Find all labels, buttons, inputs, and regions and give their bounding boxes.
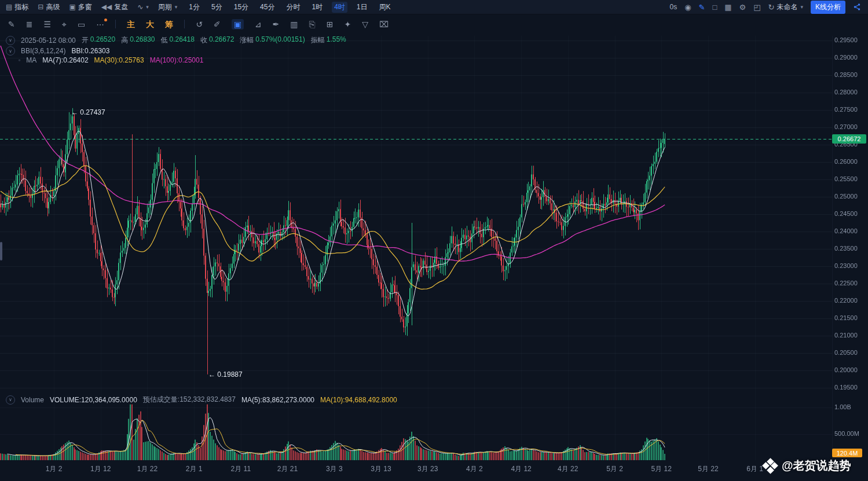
price-tick: 0.27500 <box>834 106 858 113</box>
open-label: 开 <box>82 35 89 45</box>
date-tick: 3月 3 <box>314 464 354 474</box>
advanced-menu-icon: ⊟ <box>38 3 43 11</box>
estimated-volume: 预估成交量:152,332,832.4837 <box>143 395 236 405</box>
fullscreen-icon[interactable]: ◰ <box>753 3 760 11</box>
edit-note-tool-icon[interactable]: ⊞ <box>327 20 334 28</box>
rectangle-tool-icon[interactable]: ▭ <box>78 20 85 28</box>
ma-name: MA <box>26 56 36 64</box>
replay-timer: 0s <box>670 3 677 11</box>
horizontal-line-tool-icon[interactable]: ⌖ <box>62 20 67 28</box>
timeframe-1分[interactable]: 1分 <box>186 2 202 13</box>
price-tick: 0.22000 <box>834 297 858 304</box>
kline-analysis-button[interactable]: K线分析 <box>811 1 845 14</box>
collapse-bbi-icon[interactable]: ∨ <box>6 46 15 56</box>
indicators-menu-icon: ▤ <box>6 3 12 11</box>
annotate-tool-icon[interactable]: ✐ <box>214 20 221 28</box>
price-tick: 0.23500 <box>834 245 858 252</box>
timeframe-45分[interactable]: 45分 <box>258 2 277 13</box>
change-value: 0.57%(0.00151) <box>255 35 305 45</box>
volume-tick: 1.00B <box>834 403 851 410</box>
price-tick: 0.28000 <box>834 89 858 96</box>
timeframe-15分[interactable]: 15分 <box>232 2 251 13</box>
magic-tool-icon[interactable]: ✦ <box>345 20 351 28</box>
image-icon[interactable]: ▦ <box>724 3 731 11</box>
amplitude-value: 1.55% <box>327 35 346 45</box>
price-tick: 0.20000 <box>834 366 858 373</box>
price-tick: 0.19500 <box>834 384 858 391</box>
advanced-menu[interactable]: ⊟高级 <box>38 2 60 12</box>
date-tick: 2月 21 <box>268 464 308 474</box>
collapse-volume-icon[interactable]: ∨ <box>6 395 15 405</box>
low-annotation: ← 0.19887 <box>208 370 243 379</box>
pen-tool-icon[interactable]: ✒ <box>273 20 280 28</box>
multi-window[interactable]: ▣多窗 <box>69 2 91 12</box>
high-value: 0.26830 <box>130 35 155 45</box>
wave-tool[interactable]: ∿▾ <box>137 3 149 11</box>
date-tick: 5月 2 <box>595 464 635 474</box>
indicators-menu[interactable]: ▤指标 <box>6 2 28 12</box>
price-tick: 0.24500 <box>834 210 858 217</box>
indicators-menu-label: 指标 <box>14 2 28 12</box>
more-tools-icon[interactable]: ⋯ <box>96 20 104 28</box>
list-tool-icon[interactable]: ☰ <box>43 20 51 28</box>
period-menu[interactable]: 周期▾ <box>158 2 178 12</box>
date-tick: 4月 22 <box>548 464 588 474</box>
volume-value: VOLUME:120,364,095.0000 <box>50 396 137 404</box>
undo-tool-icon[interactable]: ↺ <box>196 20 203 28</box>
date-tick: 5月 12 <box>641 464 682 474</box>
toolbar-divider <box>184 20 185 28</box>
replay[interactable]: ◀◀复盘 <box>101 2 128 12</box>
ma-group-icon[interactable]: ▫ <box>19 57 20 63</box>
channel-tool-icon[interactable]: ≣ <box>26 20 33 28</box>
measure-tool-icon[interactable]: ⊿ <box>255 20 262 28</box>
date-tick: 3月 13 <box>361 464 401 474</box>
filter-tool-icon[interactable]: ▽ <box>362 20 368 28</box>
settings-gear-icon[interactable]: ⚙ <box>739 3 746 11</box>
ma100-value: MA(100):0.25001 <box>150 56 204 64</box>
delete-tool-icon[interactable]: ⌧ <box>379 20 389 28</box>
large-view-button[interactable]: 大 <box>146 20 154 28</box>
price-tick: 0.24000 <box>834 227 858 234</box>
collapse-main-icon[interactable]: ∨ <box>6 36 15 45</box>
change-label: 涨幅 <box>240 35 254 45</box>
ma30-value: MA(30):0.25763 <box>94 56 144 64</box>
select-region-tool-icon[interactable]: ▣ <box>232 19 244 30</box>
date-tick: 4月 12 <box>501 464 541 474</box>
volume-tick: 500.00M <box>834 430 859 437</box>
low-value: 0.26418 <box>170 35 195 45</box>
date-tick: 5月 22 <box>688 464 728 474</box>
copy-tool-icon[interactable]: ⎘ <box>309 20 316 28</box>
date-tick: 1月 12 <box>80 464 121 474</box>
price-tick: 0.22500 <box>834 280 858 287</box>
timeframe-4时[interactable]: 4时 <box>332 2 347 13</box>
candlestick-chart[interactable] <box>0 0 868 481</box>
date-tick: 3月 23 <box>408 464 448 474</box>
chevron-down-icon: ▾ <box>175 4 178 10</box>
timeframe-周K[interactable]: 周K <box>377 2 393 13</box>
stats-tool-icon[interactable]: ▥ <box>290 20 298 28</box>
price-tick: 0.25000 <box>834 193 858 200</box>
edit-icon[interactable]: ✎ <box>699 3 705 11</box>
price-tick: 0.29000 <box>834 54 858 61</box>
toolbar-divider <box>115 20 116 28</box>
top-toolbar: ▤指标⊟高级▣多窗◀◀复盘∿▾周期▾1分5分15分45分分时1时4时1日周K 0… <box>0 0 868 14</box>
close-label: 收 <box>200 35 207 45</box>
share-icon[interactable] <box>853 3 861 11</box>
replay-label: 复盘 <box>114 2 128 12</box>
timeframe-5分[interactable]: 5分 <box>209 2 225 13</box>
ma7-value: MA(7):0.26402 <box>42 56 88 64</box>
timeframe-1时[interactable]: 1时 <box>309 2 325 13</box>
main-indicator-button[interactable]: 主 <box>127 20 135 28</box>
chip-distribution-button[interactable]: 筹 <box>165 20 173 28</box>
timeframe-分时[interactable]: 分时 <box>284 2 302 13</box>
notification-dot <box>104 19 107 21</box>
draw-line-tool-icon[interactable]: ✎ <box>8 20 15 28</box>
comment-icon[interactable]: □ <box>712 3 717 11</box>
layout-menu[interactable]: ↻ 未命名 ▾ <box>768 2 803 12</box>
price-tick: 0.28500 <box>834 71 858 78</box>
vol-ma5-value: MA(5):83,862,273.0000 <box>241 396 314 404</box>
date-tick: 4月 2 <box>454 464 495 474</box>
left-scrollbar[interactable] <box>0 242 2 260</box>
screenshot-icon[interactable]: ◉ <box>684 3 691 11</box>
timeframe-1日[interactable]: 1日 <box>354 2 370 13</box>
